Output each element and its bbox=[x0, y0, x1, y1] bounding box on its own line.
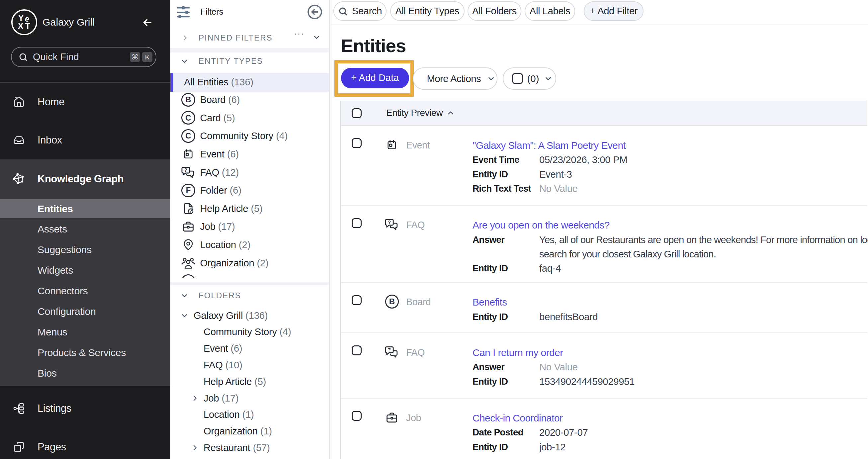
pages-icon bbox=[13, 441, 25, 453]
entity-types-header[interactable]: ENTITY TYPES bbox=[170, 56, 329, 65]
calendar-icon bbox=[181, 147, 195, 161]
letter-b-icon: B bbox=[385, 295, 399, 309]
entity-type-label: FAQ bbox=[406, 345, 425, 360]
entity-field: Answer No Value bbox=[472, 360, 868, 374]
cmd-key-badge: ⌘ bbox=[130, 52, 140, 62]
sidebar-item-assets[interactable]: Assets bbox=[0, 219, 170, 240]
folder-event[interactable]: Event (6) bbox=[170, 340, 329, 357]
folder-job[interactable]: Job (17) bbox=[170, 390, 329, 406]
filter-type-folder[interactable]: F Folder (6) bbox=[170, 181, 329, 200]
sidebar-item-widgets[interactable]: Widgets bbox=[0, 260, 170, 281]
table-row: B Board Benefits Entity ID benefitsBoard bbox=[341, 283, 867, 333]
chevron-right-icon bbox=[181, 34, 189, 41]
folder-faq[interactable]: FAQ (10) bbox=[170, 357, 329, 373]
inbox-icon bbox=[13, 134, 25, 146]
entity-title-link[interactable]: Benefits bbox=[472, 295, 868, 309]
filter-type-faq[interactable]: ? FAQ (12) bbox=[170, 163, 329, 181]
more-actions-button[interactable]: More Actions bbox=[413, 67, 497, 90]
chevron-up-icon[interactable] bbox=[446, 109, 455, 117]
select-all-checkbox[interactable] bbox=[512, 73, 523, 84]
row-checkbox[interactable] bbox=[352, 345, 362, 356]
entity-field: Rich Text Test No Value bbox=[472, 181, 868, 195]
folder-restaurant[interactable]: Restaurant (57) bbox=[170, 439, 329, 456]
folder-location[interactable]: Location (1) bbox=[170, 406, 329, 423]
filter-type-community-story[interactable]: C Community Story (4) bbox=[170, 127, 329, 145]
faq-bubbles-icon: ? bbox=[385, 345, 399, 359]
header-checkbox[interactable] bbox=[352, 108, 362, 118]
entity-field: Entity ID Event-3 bbox=[472, 167, 868, 181]
filter-type-event[interactable]: Event (6) bbox=[170, 145, 329, 163]
chevron-down-icon bbox=[180, 57, 189, 65]
entity-field: Entity ID benefitsBoard bbox=[472, 310, 868, 324]
yext-logo-icon[interactable]: Y e X T bbox=[11, 9, 37, 35]
filters-back-button[interactable] bbox=[307, 4, 322, 20]
letter-c-icon: C bbox=[181, 129, 195, 143]
sidebar-item-pages[interactable]: Pages bbox=[0, 428, 170, 459]
add-data-button[interactable]: + Add Data bbox=[341, 68, 409, 88]
filter-type-job[interactable]: Job (17) bbox=[170, 218, 329, 236]
entity-title-link[interactable]: Check-in Coordinator bbox=[472, 411, 868, 425]
chevron-down-icon bbox=[312, 33, 321, 41]
quick-find-input[interactable]: Quick Find ⌘ K bbox=[11, 47, 156, 67]
folder-help-article[interactable]: Help Article (5) bbox=[170, 373, 329, 390]
knowledge-graph-section: Knowledge Graph Entities Assets Suggesti… bbox=[0, 159, 170, 386]
entity-types-label: ENTITY TYPES bbox=[198, 57, 263, 66]
filter-type-location[interactable]: Location (2) bbox=[170, 236, 329, 254]
app-root: Y e X T Galaxy Grill Quick Find ⌘ K Home bbox=[0, 0, 868, 459]
filter-type-card[interactable]: C Card (5) bbox=[170, 109, 329, 127]
filter-chip-all-labels[interactable]: All Labels bbox=[525, 1, 575, 21]
filter-type-help-article[interactable]: ? Help Article (5) bbox=[170, 200, 329, 218]
table-header: Entity Preview bbox=[341, 101, 867, 126]
filter-chip-all-folders[interactable]: All Folders bbox=[468, 1, 521, 21]
entity-title-link[interactable]: "Galaxy Slam": A Slam Poetry Event bbox=[472, 138, 868, 152]
row-checkbox[interactable] bbox=[352, 295, 362, 305]
sidebar-item-entities[interactable]: Entities bbox=[0, 199, 170, 218]
pinned-filters-more-icon[interactable]: ··· bbox=[294, 29, 305, 39]
folder-organization[interactable]: Organization (1) bbox=[170, 423, 329, 439]
sidebar-item-bios[interactable]: Bios bbox=[0, 363, 170, 384]
k-key-badge: K bbox=[142, 52, 152, 62]
column-entity-preview[interactable]: Entity Preview bbox=[386, 108, 443, 118]
entities-table: Entity Preview Event "Galaxy Slam": A Sl… bbox=[340, 101, 867, 459]
sidebar-item-inbox[interactable]: Inbox bbox=[0, 121, 170, 160]
folder-community-story[interactable]: Community Story (4) bbox=[170, 324, 329, 340]
row-checkbox[interactable] bbox=[352, 218, 362, 228]
folder-galaxy-grill[interactable]: Galaxy Grill (136) bbox=[170, 308, 329, 324]
filter-type-organization[interactable]: Organization (2) bbox=[170, 254, 329, 272]
letter-b-icon: B bbox=[181, 93, 195, 106]
sidebar-item-home[interactable]: Home bbox=[0, 83, 170, 121]
entity-title-link[interactable]: Can I return my order bbox=[472, 345, 868, 360]
sidebar-item-knowledge-graph[interactable]: Knowledge Graph bbox=[0, 159, 170, 198]
sidebar-item-suggestions[interactable]: Suggestions bbox=[0, 240, 170, 260]
entity-title-link[interactable]: Are you open on the weekends? bbox=[472, 218, 868, 232]
sidebar-item-configuration[interactable]: Configuration bbox=[0, 301, 170, 322]
panel-divider-band bbox=[170, 282, 329, 285]
filter-all-entities[interactable]: All Entities (136) bbox=[170, 73, 329, 92]
folders-header[interactable]: FOLDERS bbox=[170, 290, 329, 300]
svg-text:?: ? bbox=[184, 167, 187, 172]
add-filter-button[interactable]: + Add Filter bbox=[584, 1, 644, 21]
sidebar-item-products-services[interactable]: Products & Services bbox=[0, 342, 170, 363]
sidebar-item-listings[interactable]: Listings bbox=[0, 389, 170, 428]
svg-text:?: ? bbox=[388, 347, 391, 353]
letter-circle-partial-icon bbox=[181, 274, 195, 278]
row-checkbox[interactable] bbox=[352, 138, 362, 148]
filter-sliders-icon bbox=[177, 6, 190, 19]
svg-text:?: ? bbox=[388, 219, 391, 225]
panel-divider-band bbox=[170, 48, 329, 53]
sidebar-collapse-button[interactable] bbox=[140, 14, 155, 31]
search-button[interactable]: Search bbox=[333, 1, 386, 21]
row-checkbox[interactable] bbox=[352, 411, 362, 421]
entity-field: Entity ID faq-4 bbox=[472, 261, 868, 275]
sidebar-item-connectors[interactable]: Connectors bbox=[0, 281, 170, 301]
selected-indicator-bar bbox=[170, 73, 173, 92]
pinned-filters-row[interactable]: PINNED FILTERS ··· bbox=[170, 30, 329, 46]
search-icon bbox=[338, 6, 348, 16]
filter-chip-all-entity-types[interactable]: All Entity Types bbox=[390, 1, 465, 21]
sidebar-item-menus[interactable]: Menus bbox=[0, 322, 170, 342]
chevron-right-icon bbox=[191, 444, 198, 451]
home-icon bbox=[13, 96, 25, 108]
filter-type-board[interactable]: B Board (6) bbox=[170, 91, 329, 109]
account-name[interactable]: Galaxy Grill bbox=[42, 0, 95, 44]
selection-dropdown[interactable]: (0) bbox=[503, 67, 556, 90]
